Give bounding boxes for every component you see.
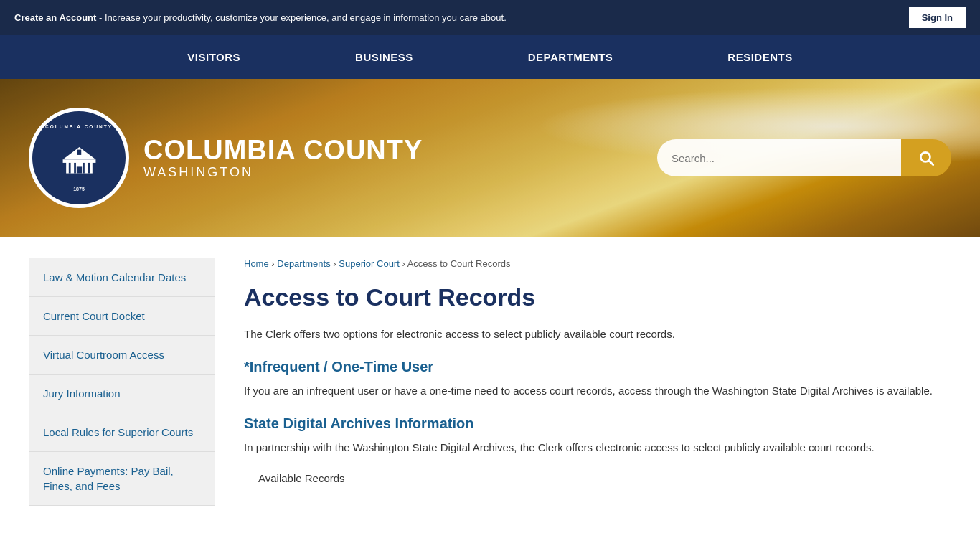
breadcrumb: Home › Departments › Superior Court › Ac…	[244, 258, 951, 269]
sidebar-item-virtual-courtroom: Virtual Courtroom Access	[29, 336, 215, 375]
nav-business[interactable]: BUSINESS	[298, 35, 471, 79]
search-area	[657, 139, 951, 176]
breadcrumb-departments[interactable]: Departments	[277, 258, 330, 269]
svg-rect-7	[88, 162, 90, 173]
svg-rect-5	[74, 162, 76, 173]
courthouse-icon	[60, 138, 99, 178]
logo-ring-text: ✦ COLUMBIA COUNTY ✦	[37, 124, 121, 130]
create-account-link[interactable]: Create an Account	[14, 12, 96, 23]
section2-heading: State Digital Archives Information	[244, 415, 951, 432]
search-input[interactable]	[657, 139, 901, 176]
search-button[interactable]	[901, 139, 951, 176]
sidebar-link-online-payments[interactable]: Online Payments: Pay Bail, Fines, and Fe…	[29, 452, 215, 505]
banner-text: Create an Account - Increase your produc…	[14, 12, 507, 23]
main-content: Home › Departments › Superior Court › Ac…	[244, 258, 951, 506]
top-banner: Create an Account - Increase your produc…	[0, 0, 980, 35]
svg-rect-3	[77, 149, 81, 154]
state-name: WASHINGTON	[143, 165, 423, 180]
search-icon	[917, 149, 936, 167]
svg-rect-1	[62, 159, 95, 163]
hero-section: ✦ COLUMBIA COUNTY ✦ 1875	[0, 79, 980, 237]
breadcrumb-superior-court[interactable]: Superior Court	[339, 258, 400, 269]
breadcrumb-sep-3: ›	[402, 258, 407, 269]
page-layout: Law & Motion Calendar Dates Current Cour…	[0, 237, 980, 527]
nav-residents[interactable]: RESIDENTS	[670, 35, 849, 79]
breadcrumb-current: Access to Court Records	[407, 258, 511, 269]
sidebar-link-court-docket[interactable]: Current Court Docket	[29, 297, 215, 335]
page-title: Access to Court Records	[244, 283, 951, 311]
sidebar-item-court-docket: Current Court Docket	[29, 297, 215, 336]
hero-content: ✦ COLUMBIA COUNTY ✦ 1875	[0, 108, 980, 208]
nav-departments[interactable]: DEPARTMENTS	[471, 35, 671, 79]
county-name: COLUMBIA COUNTY	[143, 136, 423, 166]
sidebar-item-law-motion: Law & Motion Calendar Dates	[29, 258, 215, 297]
breadcrumb-home[interactable]: Home	[244, 258, 269, 269]
sidebar-item-local-rules: Local Rules for Superior Courts	[29, 413, 215, 452]
sidebar-item-jury: Jury Information	[29, 375, 215, 413]
svg-rect-8	[76, 166, 81, 173]
logo-year: 1875	[73, 187, 85, 192]
section1-text: If you are an infrequent user or have a …	[244, 382, 951, 400]
sidebar: Law & Motion Calendar Dates Current Cour…	[29, 258, 215, 506]
county-logo: ✦ COLUMBIA COUNTY ✦ 1875	[29, 108, 129, 208]
county-title: COLUMBIA COUNTY WASHINGTON	[143, 136, 423, 181]
sidebar-link-law-motion[interactable]: Law & Motion Calendar Dates	[29, 258, 215, 296]
svg-rect-4	[68, 162, 70, 173]
intro-text: The Clerk offers two options for electro…	[244, 326, 951, 343]
sidebar-item-online-payments: Online Payments: Pay Bail, Fines, and Fe…	[29, 452, 215, 506]
sidebar-link-local-rules[interactable]: Local Rules for Superior Courts	[29, 413, 215, 451]
sidebar-link-virtual-courtroom[interactable]: Virtual Courtroom Access	[29, 336, 215, 374]
main-navigation: VISITORS BUSINESS DEPARTMENTS RESIDENTS	[0, 35, 980, 79]
section2-text: In partnership with the Washington State…	[244, 439, 951, 456]
nav-visitors[interactable]: VISITORS	[130, 35, 298, 79]
section2-subitem: Available Records	[258, 472, 951, 484]
banner-description: - Increase your productivity, customize …	[96, 12, 506, 23]
svg-rect-6	[83, 162, 85, 173]
section1-heading: *Infrequent / One-Time User	[244, 359, 951, 375]
sidebar-link-jury[interactable]: Jury Information	[29, 375, 215, 413]
sign-in-button[interactable]: Sign In	[909, 7, 966, 28]
